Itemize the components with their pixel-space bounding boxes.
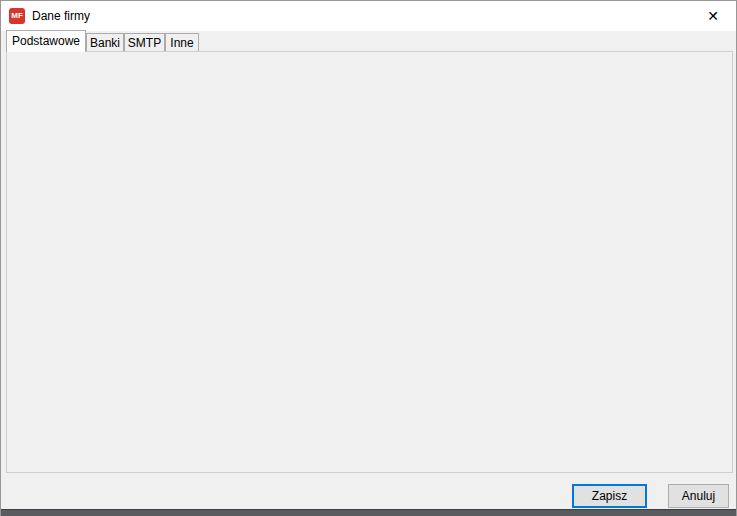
window-bottom-border bbox=[1, 509, 736, 516]
tab-podstawowe[interactable]: Podstawowe bbox=[6, 30, 86, 52]
cancel-button[interactable]: Anuluj bbox=[668, 484, 729, 508]
save-button[interactable]: Zapisz bbox=[572, 484, 647, 508]
titlebar: MF Dane firmy ✕ bbox=[1, 1, 736, 31]
tab-smtp[interactable]: SMTP bbox=[124, 33, 165, 52]
tab-inne[interactable]: Inne bbox=[165, 33, 199, 52]
close-icon[interactable]: ✕ bbox=[692, 1, 734, 31]
tabpage-podstawowe bbox=[6, 51, 733, 473]
app-icon: MF bbox=[9, 8, 25, 24]
tab-banki[interactable]: Banki bbox=[86, 33, 124, 52]
window-title: Dane firmy bbox=[32, 1, 90, 31]
dane-firmy-dialog: MF Dane firmy ✕ Podstawowe Banki SMTP In… bbox=[0, 0, 737, 516]
